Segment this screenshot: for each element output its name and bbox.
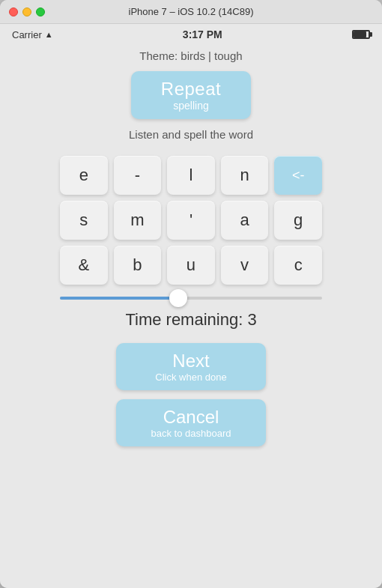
cancel-button-main: Cancel (163, 407, 219, 428)
instruction-text: Listen and spell the word (129, 128, 253, 141)
next-button-main: Next (172, 351, 209, 372)
slider-thumb[interactable] (169, 289, 187, 307)
maximize-button[interactable] (36, 7, 45, 16)
app-window: iPhone 7 – iOS 10.2 (14C89) Carrier ▲ 3:… (0, 0, 382, 588)
key-u[interactable]: u (167, 246, 215, 285)
theme-label: Theme: birds | tough (139, 49, 242, 62)
slider-container[interactable] (60, 297, 322, 300)
key-n[interactable]: n (221, 156, 269, 195)
minimize-button[interactable] (22, 7, 31, 16)
carrier-label: Carrier (12, 29, 42, 40)
time-remaining-label: Time remaining: 3 (125, 310, 256, 330)
key-s[interactable]: s (60, 201, 108, 240)
battery-fill (354, 31, 366, 37)
title-bar: iPhone 7 – iOS 10.2 (14C89) (0, 0, 382, 24)
cancel-button[interactable]: Cancel back to dashboard (116, 399, 266, 446)
key-v[interactable]: v (221, 246, 269, 285)
status-time: 3:17 PM (183, 28, 222, 40)
key-e[interactable]: e (60, 156, 108, 195)
next-button-sub: Click when done (155, 372, 226, 383)
slider-track (60, 297, 322, 300)
key-backspace[interactable]: <- (274, 156, 322, 195)
battery-icon (352, 30, 370, 39)
repeat-button-sub: spelling (173, 100, 208, 112)
traffic-lights (9, 7, 45, 16)
close-button[interactable] (9, 7, 18, 16)
wifi-icon: ▲ (45, 30, 53, 39)
key-l[interactable]: l (167, 156, 215, 195)
status-bar: Carrier ▲ 3:17 PM (0, 24, 382, 43)
window-title: iPhone 7 – iOS 10.2 (14C89) (129, 6, 254, 17)
key-apostrophe[interactable]: ' (167, 201, 215, 240)
key-b[interactable]: b (114, 246, 162, 285)
key-dash[interactable]: - (114, 156, 162, 195)
repeat-button-main: Repeat (161, 79, 221, 100)
key-c[interactable]: c (274, 246, 322, 285)
status-left: Carrier ▲ (12, 29, 53, 40)
phone-content: Theme: birds | tough Repeat spelling Lis… (0, 43, 382, 588)
cancel-button-sub: back to dashboard (151, 428, 231, 439)
key-ampersand[interactable]: & (60, 246, 108, 285)
key-m[interactable]: m (114, 201, 162, 240)
slider-fill (60, 297, 178, 300)
keyboard-grid: e - l n <- s m ' a g & b u v c (60, 156, 322, 285)
next-button[interactable]: Next Click when done (116, 343, 266, 390)
status-right (352, 30, 370, 39)
repeat-button[interactable]: Repeat spelling (131, 71, 251, 119)
phone-frame: Carrier ▲ 3:17 PM Theme: birds | tough R… (0, 24, 382, 588)
key-a[interactable]: a (221, 201, 269, 240)
key-g[interactable]: g (274, 201, 322, 240)
